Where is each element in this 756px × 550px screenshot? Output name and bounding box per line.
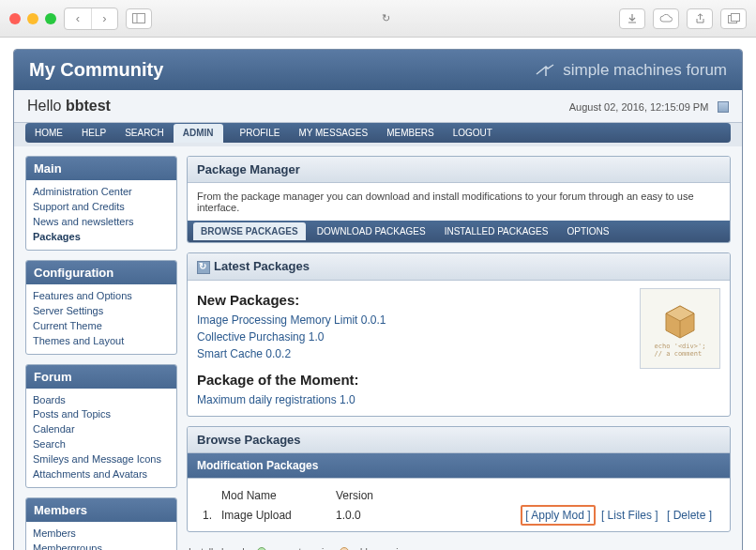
hello-prefix: Hello — [27, 98, 66, 114]
menu-home[interactable]: HOME — [25, 123, 72, 143]
tab-options[interactable]: OPTIONS — [559, 222, 616, 240]
brand-text: simple machines forum — [563, 61, 727, 80]
close-window-icon[interactable] — [9, 13, 21, 24]
cloud-button[interactable] — [653, 8, 679, 29]
forum-header: My Community simple machines forum — [14, 50, 742, 90]
package-manager-title: Package Manager — [188, 157, 730, 183]
browse-packages-panel: Browse Packages Modification Packages Mo… — [187, 426, 731, 532]
smf-brand: simple machines forum — [535, 61, 727, 80]
back-button[interactable]: ‹ — [65, 8, 91, 29]
col-mod-name: Mod Name — [218, 486, 330, 505]
main-menu: HOME HELP SEARCH ADMIN PROFILE MY MESSAG… — [25, 123, 731, 143]
sidebar-item-admin-center[interactable]: Administration Center — [33, 185, 170, 200]
box-caption-2: // a comment — [655, 351, 706, 359]
legend-older: older version — [355, 547, 408, 550]
username: bbtest — [66, 98, 111, 114]
nav-buttons: ‹ › — [64, 8, 118, 30]
window-controls — [9, 13, 56, 24]
new-package-link[interactable]: Smart Cache 0.0.2 — [197, 345, 630, 362]
tabs-button[interactable] — [720, 8, 747, 29]
minimize-window-icon[interactable] — [27, 13, 38, 24]
sidebar-members: Members Members Membergroups Permissions… — [25, 497, 177, 550]
sidebar-item-search[interactable]: Search — [33, 437, 170, 452]
sidebar-main-title: Main — [26, 157, 176, 180]
smf-logo-icon — [535, 63, 557, 78]
sidebar-configuration-title: Configuration — [26, 261, 176, 284]
sidebar-forum-title: Forum — [26, 365, 176, 389]
package-of-moment-heading: Package of the Moment: — [197, 372, 630, 388]
sidebar-item-server-settings[interactable]: Server Settings — [33, 304, 170, 319]
sidebar-item-themes-layout[interactable]: Themes and Layout — [33, 334, 170, 349]
col-version: Version — [332, 486, 416, 505]
sidebar-item-calendar[interactable]: Calendar — [33, 422, 170, 437]
table-row: 1. Image Upload 1.0.0 [ Apply Mod ] [ Li… — [199, 507, 718, 524]
sidebar-item-attachments[interactable]: Attachments and Avatars — [33, 467, 170, 482]
svg-rect-3 — [731, 14, 739, 22]
package-manager-description: From the package manager you can downloa… — [188, 183, 730, 221]
menu-help[interactable]: HELP — [72, 123, 115, 143]
sidebar-item-support[interactable]: Support and Credits — [33, 200, 170, 215]
user-bar: Hello bbtest August 02, 2016, 12:15:09 P… — [14, 90, 742, 123]
latest-packages-title: Latest Packages — [188, 253, 730, 281]
new-package-link[interactable]: Collective Purchasing 1.0 — [197, 328, 630, 345]
server-time: August 02, 2016, 12:15:09 PM — [569, 101, 709, 113]
mod-table: Mod Name Version 1. Image Upload 1.0.0 [… — [197, 484, 720, 526]
legend-label: Installed mods: — [189, 547, 251, 550]
maximize-window-icon[interactable] — [45, 13, 56, 24]
delete-link[interactable]: [ Delete ] — [664, 507, 715, 524]
refresh-icon — [197, 261, 210, 274]
row-version: 1.0.0 — [332, 507, 416, 524]
installed-mods-legend: Installed mods: current version older ve… — [187, 542, 731, 550]
modification-packages-title: Modification Packages — [188, 453, 730, 479]
package-of-moment-link[interactable]: Maximum daily registrations 1.0 — [197, 391, 630, 408]
sidebar-item-members[interactable]: Members — [33, 527, 170, 542]
sidebar-forum: Forum Boards Posts and Topics Calendar S… — [25, 364, 177, 489]
menu-logout[interactable]: LOGOUT — [444, 123, 502, 143]
reload-button[interactable]: ↻ — [372, 8, 399, 29]
sidebar-item-smileys[interactable]: Smileys and Message Icons — [33, 452, 170, 467]
browser-toolbar: ‹ › ↻ — [0, 0, 756, 38]
forum-container: My Community simple machines forum Hello… — [13, 49, 743, 550]
row-name: Image Upload — [218, 507, 330, 524]
sidebar-item-features[interactable]: Features and Options — [33, 289, 170, 304]
sidebar-configuration: Configuration Features and Options Serve… — [25, 260, 177, 355]
row-num: 1. — [199, 507, 216, 524]
package-box-icon: echo '<div>'; // a comment — [640, 288, 720, 369]
sidebar-toggle-button[interactable] — [126, 8, 152, 29]
list-files-link[interactable]: [ List Files ] — [598, 507, 661, 524]
sidebar-main: Main Administration Center Support and C… — [25, 156, 177, 251]
sidebar-item-packages[interactable]: Packages — [33, 230, 170, 245]
apply-mod-link[interactable]: [ Apply Mod ] — [521, 505, 595, 526]
tab-browse-packages[interactable]: BROWSE PACKAGES — [193, 222, 306, 240]
sidebar-item-current-theme[interactable]: Current Theme — [33, 319, 170, 334]
new-package-link[interactable]: Image Processing Memory Limit 0.0.1 — [197, 312, 630, 328]
sidebar-item-news[interactable]: News and newsletters — [33, 215, 170, 230]
sidebar-item-boards[interactable]: Boards — [33, 393, 170, 408]
package-tabs: BROWSE PACKAGES DOWNLOAD PACKAGES INSTAL… — [188, 221, 730, 242]
latest-packages-panel: Latest Packages New Packages: Image Proc… — [187, 252, 731, 417]
sidebar-item-membergroups[interactable]: Membergroups — [33, 542, 170, 550]
package-manager-panel: Package Manager From the package manager… — [187, 156, 731, 243]
svg-rect-0 — [133, 14, 145, 23]
tab-download-packages[interactable]: DOWNLOAD PACKAGES — [310, 222, 433, 240]
legend-current: current version — [272, 547, 334, 550]
collapse-header-icon[interactable] — [718, 101, 729, 113]
forward-button[interactable]: › — [91, 8, 117, 29]
community-title: My Community — [29, 59, 163, 81]
menu-my-messages[interactable]: MY MESSAGES — [289, 123, 377, 143]
browse-packages-title: Browse Packages — [188, 427, 730, 453]
greeting: Hello bbtest — [27, 98, 111, 115]
sidebar-members-title: Members — [26, 498, 176, 522]
download-button[interactable] — [619, 8, 645, 29]
new-packages-heading: New Packages: — [197, 292, 630, 308]
admin-sidebar: Main Administration Center Support and C… — [25, 156, 177, 550]
content-area: Package Manager From the package manager… — [187, 156, 731, 550]
menu-admin[interactable]: ADMIN — [174, 124, 223, 143]
menu-members[interactable]: MEMBERS — [377, 123, 444, 143]
menu-search[interactable]: SEARCH — [115, 123, 174, 143]
sidebar-item-posts-topics[interactable]: Posts and Topics — [33, 407, 170, 422]
latest-title-text: Latest Packages — [214, 259, 310, 273]
tab-installed-packages[interactable]: INSTALLED PACKAGES — [437, 222, 556, 240]
menu-profile[interactable]: PROFILE — [231, 123, 290, 143]
share-button[interactable] — [687, 8, 713, 29]
